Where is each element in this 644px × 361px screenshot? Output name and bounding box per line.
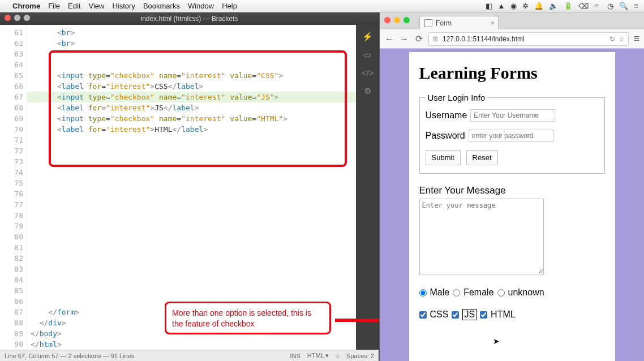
status-lang[interactable]: HTML ▾ [307,352,329,359]
extensions-icon[interactable]: ▭ [362,50,373,60]
password-label: Password [426,131,465,141]
menu-edit[interactable]: Edit [68,2,80,10]
menubar-app[interactable]: Chrome [12,2,40,10]
brackets-titlebar: index.html (htmlcss) — Brackets [0,12,379,25]
status-icon[interactable]: ◧ [486,2,492,10]
mac-menubar: Chrome File Edit View History Bookmarks … [0,0,644,12]
clock-icon[interactable]: ◷ [607,2,613,10]
chrome-tabstrip: Form × [380,12,644,29]
back-icon[interactable]: ← [384,34,394,44]
check-label: CSS [430,310,449,320]
reload-icon[interactable]: ⟳ [414,33,424,44]
window-close-icon[interactable] [5,15,11,21]
menu-bookmarks[interactable]: Bookmarks [143,2,180,10]
check-html[interactable] [480,311,487,319]
reset-button[interactable]: Reset [466,150,498,165]
address-bar[interactable]: 🗎 127.0.0.1:51144/index.html ↻ ☆ [428,32,629,46]
chrome-toolbar: ← → ⟳ 🗎 127.0.0.1:51144/index.html ↻ ☆ ≡ [380,29,644,49]
menu-window[interactable]: Window [188,2,214,10]
bookmark-star-icon[interactable]: ☆ [619,35,625,43]
message-textarea[interactable] [419,199,544,274]
check-js[interactable] [452,311,459,319]
check-label-focused: JS [462,309,476,320]
brackets-title: index.html (htmlcss) — Brackets [140,15,238,23]
chrome-menu-icon[interactable]: ≡ [633,33,639,45]
submit-button[interactable]: Submit [426,150,461,165]
favicon-icon [424,19,432,27]
chrome-window: Form × ← → ⟳ 🗎 127.0.0.1:51144/index.htm… [379,12,644,361]
radio-label: unknown [508,287,544,298]
radio-unknown[interactable] [497,289,505,296]
tab-close-icon[interactable]: × [491,19,495,27]
page-heading: Learning Forms [419,63,605,83]
status-icon[interactable]: ▲ [498,2,505,10]
list-icon[interactable]: ≡ [634,2,638,10]
menu-file[interactable]: File [48,2,60,10]
interest-checks: CSS JS HTML [419,309,605,320]
volume-icon[interactable]: 🔈 [549,2,558,10]
menu-help[interactable]: Help [222,2,237,10]
menubar-status-icons: ◧ ▲ ◉ ✲ 🔔 🔈 🔋 ⌫ ᯤ ◷ 🔍 ≡ [486,2,638,10]
fieldset-legend: User Login Info [426,93,488,102]
radio-label: Male [430,287,450,298]
status-icon[interactable]: ◉ [510,2,517,10]
rendered-page: Learning Forms User Login Info Username … [409,52,615,361]
username-input[interactable] [470,109,555,122]
forward-icon[interactable]: → [399,34,409,44]
window-zoom-icon[interactable] [24,15,30,21]
page-icon: 🗎 [432,35,439,43]
login-fieldset: User Login Info Username Password Submit… [419,93,605,174]
code-icon[interactable]: </> [362,68,373,78]
menu-view[interactable]: View [88,2,104,10]
wifi-icon[interactable]: ⌫ [578,2,589,10]
message-label: Enter Your Message [419,185,605,196]
annotation-highlight-box [49,50,347,167]
live-preview-icon[interactable]: ⚡ [362,32,373,42]
history-icon[interactable]: ↻ [609,35,615,43]
line-gutter: 6162636465666768697071727374757677787980… [0,25,27,350]
mouse-cursor-icon: ➤ [493,337,500,346]
bell-icon[interactable]: 🔔 [534,2,543,10]
window-minimize-icon[interactable] [14,15,20,21]
tab-title: Form [436,19,452,27]
window-close-icon[interactable] [384,17,390,23]
browser-tab[interactable]: Form × [419,16,499,29]
status-circle[interactable]: ○ [336,353,340,359]
gender-radios: Male Female unknown [419,287,605,298]
status-ins[interactable]: INS [290,353,300,359]
window-zoom-icon[interactable] [403,17,410,23]
wifi-icon[interactable]: ᯤ [594,2,602,10]
radio-male[interactable] [419,289,427,296]
battery-icon[interactable]: 🔋 [564,2,573,10]
url-text: 127.0.0.1:51144/index.html [443,35,525,43]
radio-female[interactable] [453,289,460,296]
radio-label: Female [463,287,493,298]
window-minimize-icon[interactable] [394,17,400,23]
status-cursor: Line 67, Column 57 — 2 selections — 91 L… [5,353,134,359]
menu-history[interactable]: History [112,2,135,10]
settings-icon[interactable]: ⚙ [362,86,373,96]
check-label: HTML [491,310,516,320]
page-viewport[interactable]: Learning Forms User Login Info Username … [380,49,644,361]
status-spaces[interactable]: Spaces: 2 [346,353,374,359]
username-label: Username [426,110,467,121]
check-css[interactable] [419,311,427,319]
password-input[interactable] [469,130,553,142]
annotation-callout: More than one option is selected, this i… [165,302,331,334]
brackets-sidebar: ⚡ ▭ </> ⚙ [356,25,379,350]
status-icon[interactable]: ✲ [522,2,529,10]
brackets-statusbar: Line 67, Column 57 — 2 selections — 91 L… [0,350,379,361]
search-icon[interactable]: 🔍 [619,2,628,10]
